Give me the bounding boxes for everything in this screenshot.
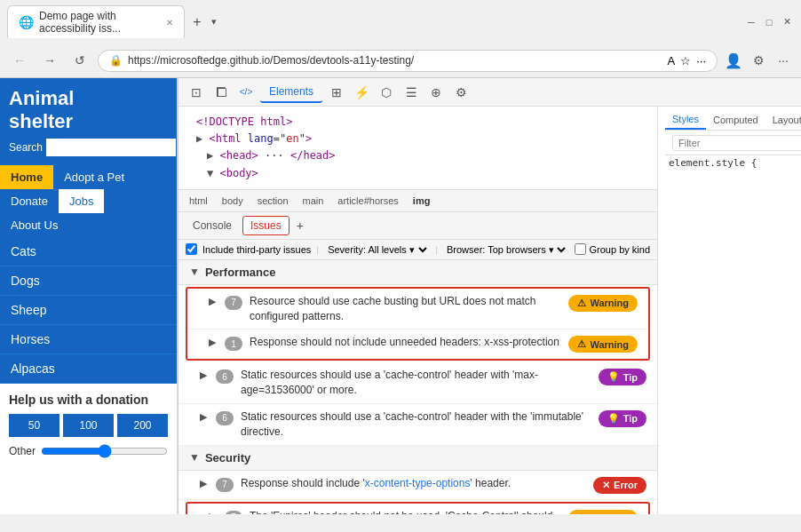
forward-button[interactable]: →	[37, 48, 62, 73]
settings-cog-icon[interactable]: ⚙	[450, 82, 472, 103]
refresh-button[interactable]: ↺	[67, 48, 92, 73]
issue-count-sec-1: 7	[216, 478, 234, 492]
more-icon[interactable]: ···	[696, 54, 706, 67]
translate-icon[interactable]: A	[667, 54, 675, 67]
maximize-button[interactable]: □	[762, 15, 776, 29]
issue-row-sec-1: ▶ 7 Response should include 'x-content-t…	[178, 471, 657, 500]
head-line[interactable]: ▶ <head> ··· </head>	[189, 147, 646, 164]
donation-section: Help us with a donation 50 100 200 Other	[0, 384, 177, 467]
issue-text-sec-2: The 'Expires' header should not be used,…	[250, 509, 561, 514]
issue-text-perf-4: Static resources should use a 'cache-con…	[241, 409, 591, 440]
donate-50[interactable]: 50	[9, 414, 59, 437]
security-icon[interactable]: ⊕	[425, 82, 447, 103]
device-icon[interactable]: ⧠	[210, 82, 232, 103]
breadcrumb-section[interactable]: section	[254, 194, 292, 208]
browser-select[interactable]: Browser: Top browsers ▾	[443, 243, 568, 256]
expand-arrow-sec-2[interactable]: ▶	[209, 511, 216, 514]
badge-tip-perf-3[interactable]: 💡 Tip	[599, 369, 646, 385]
breadcrumb-article[interactable]: article#horses	[334, 194, 401, 208]
animal-sheep[interactable]: Sheep	[0, 296, 177, 325]
memory-icon[interactable]: ⬡	[376, 82, 397, 103]
security-section-header[interactable]: ▼ Security	[178, 446, 657, 471]
issue-text-perf-2: Response should not include unneeded hea…	[250, 335, 561, 350]
back-button[interactable]: ←	[7, 48, 32, 73]
tab-close-icon[interactable]: ✕	[166, 18, 173, 28]
breadcrumb-main[interactable]: main	[299, 194, 328, 208]
filter-input[interactable]	[672, 135, 801, 151]
search-input[interactable]	[46, 139, 176, 156]
computed-tab[interactable]: Computed	[706, 111, 765, 129]
issue-count-perf-3: 6	[216, 369, 234, 384]
breadcrumb-body[interactable]: body	[218, 194, 247, 208]
layout-tab[interactable]: Layout	[765, 111, 801, 129]
issue-count-perf-2: 1	[225, 337, 242, 351]
badge-tip-perf-4[interactable]: 💡 Tip	[599, 410, 646, 427]
filter-bar: :hov .cls + ⊞ ↻	[665, 131, 801, 155]
animal-alpacas[interactable]: Alpacas	[0, 354, 177, 384]
performance-arrow: ▼	[189, 266, 200, 278]
third-party-label: Include third-party issues	[202, 244, 311, 255]
group-by-checkbox[interactable]	[575, 243, 586, 255]
nav-about[interactable]: About Us	[0, 213, 177, 237]
breadcrumb-html[interactable]: html	[186, 194, 211, 208]
expand-arrow-sec-1[interactable]: ▶	[200, 478, 207, 489]
inspect-icon[interactable]: ⊡	[186, 82, 207, 103]
warning-icon-1: ⚠	[577, 298, 586, 309]
styles-tab[interactable]: Styles	[665, 110, 706, 130]
star-icon[interactable]: ☆	[680, 54, 691, 67]
url-bar[interactable]: 🔒 https://microsoftedge.github.io/Demos/…	[98, 50, 718, 72]
issues-filter-bar: Include third-party issues | Severity: A…	[178, 240, 657, 260]
performance-section-header[interactable]: ▼ Performance	[178, 260, 657, 285]
security-warning-group: ▶ 7 The 'Expires' header should not be u…	[186, 502, 650, 514]
issue-count-perf-1: 7	[225, 296, 242, 310]
html-line[interactable]: ▶ <html lang="en">	[189, 131, 646, 147]
new-tab-plus[interactable]: +	[293, 218, 307, 233]
more-button[interactable]: ···	[773, 50, 794, 71]
tab-dropdown-button[interactable]: ▾	[211, 16, 217, 28]
third-party-checkbox[interactable]	[186, 243, 197, 255]
network-icon[interactable]: ⊞	[326, 82, 347, 103]
browser-tab[interactable]: 🌐 Demo page with accessibility iss... ✕	[7, 5, 185, 38]
settings-icon[interactable]: ⚙	[748, 50, 769, 71]
breadcrumb-img[interactable]: img	[409, 194, 434, 208]
expand-arrow-perf-1[interactable]: ▶	[209, 296, 216, 307]
performance-title: Performance	[205, 266, 275, 279]
badge-error-sec-1[interactable]: ✕ Error	[593, 477, 646, 494]
performance-icon[interactable]: ⚡	[351, 82, 372, 103]
devtools-panel: ⊡ ⧠ </> Elements ⊞ ⚡ ⬡ ☰ ⊕ ⚙ ··· ? ✕	[178, 78, 801, 514]
donation-slider[interactable]	[41, 444, 168, 458]
issue-row-sec-2: ▶ 7 The 'Expires' header should not be u…	[187, 504, 648, 514]
animal-horses[interactable]: Horses	[0, 325, 177, 354]
new-tab-button[interactable]: +	[185, 10, 210, 35]
minimize-button[interactable]: ─	[744, 15, 758, 29]
issues-tab[interactable]: Issues	[242, 216, 289, 235]
nav-adopt[interactable]: Adopt a Pet	[53, 165, 135, 189]
nav-jobs[interactable]: Jobs	[59, 189, 104, 213]
body-line[interactable]: ▼ <body>	[189, 165, 646, 182]
close-button[interactable]: ✕	[780, 15, 794, 29]
issues-tabs: Console Issues +	[186, 216, 307, 235]
issues-toolbar: Console Issues +	[178, 212, 657, 240]
badge-warning-sec-2[interactable]: ⚠ Warning	[568, 510, 638, 514]
user-icon[interactable]: 👤	[723, 50, 744, 71]
window-controls: ─ □ ✕	[744, 15, 794, 29]
badge-warning-perf-2[interactable]: ⚠ Warning	[568, 336, 638, 353]
expand-arrow-perf-2[interactable]: ▶	[209, 337, 216, 348]
badge-warning-perf-1[interactable]: ⚠ Warning	[568, 295, 638, 312]
url-text: https://microsoftedge.github.io/Demos/de…	[128, 54, 662, 67]
donate-100[interactable]: 100	[63, 414, 114, 437]
elements-icon[interactable]: </>	[235, 82, 257, 103]
expand-arrow-perf-4[interactable]: ▶	[200, 411, 207, 423]
expand-arrow-perf-3[interactable]: ▶	[200, 369, 207, 381]
nav-home[interactable]: Home	[0, 165, 53, 189]
issue-count-sec-2: 7	[225, 511, 242, 514]
animal-dogs[interactable]: Dogs	[0, 266, 177, 296]
application-icon[interactable]: ☰	[400, 82, 422, 103]
console-tab[interactable]: Console	[186, 217, 239, 234]
animal-cats[interactable]: Cats	[0, 237, 177, 266]
devtools-right-panel: Styles Computed Layout Event Listeners :…	[658, 107, 801, 514]
severity-select[interactable]: Severity: All levels ▾	[324, 243, 430, 256]
tab-elements[interactable]: Elements	[260, 82, 322, 103]
donate-200[interactable]: 200	[117, 414, 168, 437]
nav-donate[interactable]: Donate	[0, 189, 59, 213]
